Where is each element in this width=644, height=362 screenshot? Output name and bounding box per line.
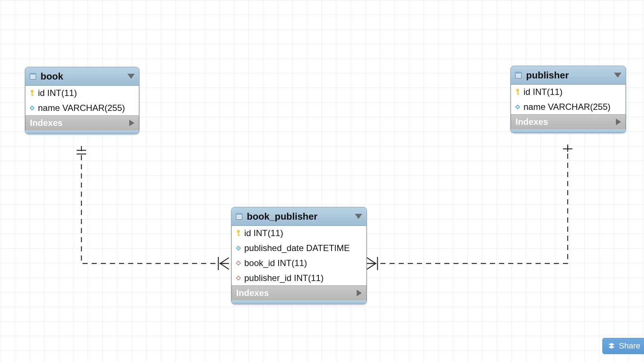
entity-footer-strip: [25, 130, 139, 134]
column-row[interactable]: id INT(11): [511, 85, 625, 99]
diamond-icon: [29, 105, 35, 111]
indexes-row[interactable]: Indexes: [25, 115, 139, 130]
entity-book[interactable]: book id INT(11) name VARCHAR(255): [25, 67, 139, 134]
layers-icon: [608, 342, 615, 350]
svg-rect-19: [30, 106, 34, 110]
key-icon: [515, 88, 521, 96]
svg-point-32: [237, 230, 240, 233]
entity-footer-strip: [231, 300, 367, 304]
diamond-icon: [515, 104, 521, 109]
column-text: book_id INT(11): [244, 258, 307, 268]
column-text: id INT(11): [524, 87, 563, 97]
column-row[interactable]: name VARCHAR(255): [26, 100, 139, 115]
table-icon: [514, 71, 522, 79]
column-text: publisher_id INT(11): [244, 273, 323, 283]
indexes-row[interactable]: Indexes: [231, 285, 367, 300]
svg-rect-27: [515, 105, 520, 109]
column-text: name VARCHAR(255): [524, 102, 610, 112]
entity-footer-strip: [511, 129, 626, 133]
column-row[interactable]: name VARCHAR(255): [511, 99, 625, 114]
svg-rect-34: [238, 235, 240, 236]
svg-rect-29: [236, 213, 242, 215]
chevron-down-icon[interactable]: [127, 74, 135, 79]
entity-columns: id INT(11) published_date DATETIME book_…: [231, 226, 367, 285]
column-row[interactable]: book_id INT(11): [232, 255, 366, 270]
svg-rect-35: [236, 246, 240, 250]
indexes-label: Indexes: [30, 118, 62, 128]
column-text: published_date DATETIME: [244, 243, 350, 253]
diamond-open-icon: [235, 276, 241, 281]
svg-rect-36: [236, 261, 240, 265]
column-row[interactable]: published_date DATETIME: [232, 240, 366, 255]
svg-rect-37: [236, 276, 240, 280]
column-row[interactable]: id INT(11): [26, 86, 139, 100]
diamond-open-icon: [235, 261, 241, 266]
entity-title: publisher: [526, 70, 610, 81]
chevron-right-icon: [616, 119, 621, 125]
entity-publisher[interactable]: publisher id INT(11) name VARCHAR(255): [510, 66, 626, 133]
key-icon: [29, 89, 35, 97]
table-icon: [235, 212, 243, 220]
column-text: id INT(11): [38, 88, 77, 98]
entity-header[interactable]: book_publisher: [231, 207, 367, 226]
column-text: name VARCHAR(255): [38, 103, 125, 113]
indexes-label: Indexes: [236, 288, 269, 298]
entity-header[interactable]: book: [25, 67, 139, 86]
column-row[interactable]: id INT(11): [232, 226, 366, 240]
svg-point-24: [516, 89, 519, 92]
indexes-row[interactable]: Indexes: [511, 114, 626, 129]
svg-rect-18: [32, 95, 34, 96]
entity-title: book_publisher: [247, 211, 351, 222]
key-icon: [235, 230, 241, 237]
table-icon: [29, 72, 37, 80]
indexes-label: Indexes: [515, 117, 548, 127]
svg-point-16: [31, 90, 34, 93]
share-button[interactable]: Share: [602, 338, 644, 354]
entity-columns: id INT(11) name VARCHAR(255): [511, 85, 626, 114]
entity-title: book: [41, 71, 124, 82]
share-label: Share: [619, 341, 640, 351]
svg-rect-26: [517, 93, 520, 95]
svg-rect-21: [515, 72, 522, 74]
entity-header[interactable]: publisher: [511, 66, 626, 85]
svg-rect-13: [30, 73, 36, 75]
column-row[interactable]: publisher_id INT(11): [232, 270, 366, 285]
entity-columns: id INT(11) name VARCHAR(255): [25, 86, 139, 115]
chevron-right-icon: [129, 120, 134, 126]
entity-book-publisher[interactable]: book_publisher id INT(11) published_date…: [231, 207, 367, 304]
column-text: id INT(11): [244, 228, 283, 238]
diamond-icon: [235, 246, 241, 251]
chevron-right-icon: [357, 290, 362, 296]
chevron-down-icon[interactable]: [355, 214, 362, 219]
chevron-down-icon[interactable]: [614, 73, 621, 78]
